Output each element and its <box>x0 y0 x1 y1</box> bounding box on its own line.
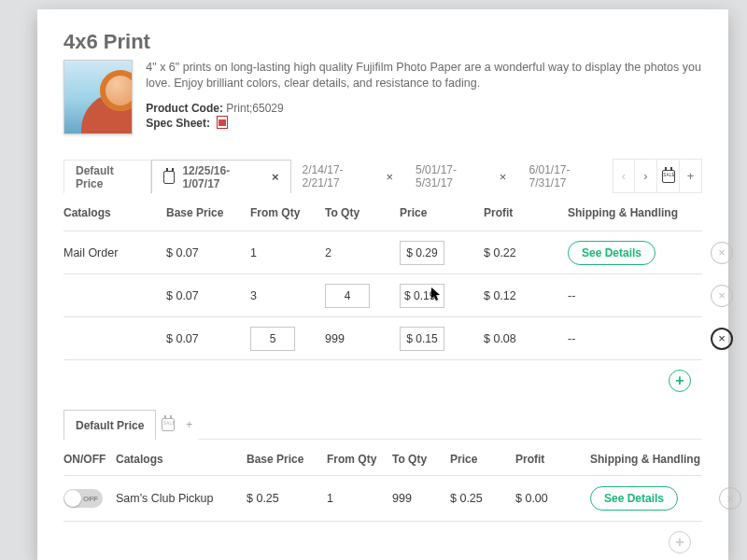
close-icon[interactable]: × <box>500 170 507 184</box>
col-to: To Qty <box>392 453 450 466</box>
calendar-icon <box>163 171 176 184</box>
add-tab-button[interactable]: + <box>680 159 702 192</box>
cell-profit: $ 0.22 <box>484 246 568 259</box>
pdf-icon[interactable] <box>217 116 228 129</box>
table-row: $ 0.07 5 999 $ 0.15 $ 0.08 -- × <box>63 316 702 359</box>
pricing-table: Catalogs Base Price From Qty To Qty Pric… <box>63 193 702 398</box>
tab-scroll-right[interactable]: › <box>635 159 657 192</box>
see-details-button[interactable]: See Details <box>568 241 655 265</box>
product-code-value: Print;65029 <box>226 102 283 115</box>
product-blurb: 4" x 6" prints on long-lasting high qual… <box>146 60 702 134</box>
table2-header: ON/OFF Catalogs Base Price From Qty To Q… <box>63 440 702 475</box>
col-price: Price <box>400 206 484 219</box>
see-details-button[interactable]: See Details <box>590 486 678 511</box>
col-to: To Qty <box>325 206 400 219</box>
spec-sheet-label: Spec Sheet: <box>146 117 210 130</box>
cell-to: 999 <box>325 332 400 345</box>
date-range-tabs: Default Price 12/25/16-1/07/17 × 2/14/17… <box>63 159 702 193</box>
col-shipping: Shipping & Handling <box>568 206 698 219</box>
tab-default-price-label: Default Price <box>76 164 139 190</box>
cell-profit: $ 0.08 <box>484 332 568 345</box>
product-description: 4" x 6" prints on long-lasting high qual… <box>146 60 702 91</box>
col-base: Base Price <box>166 206 250 219</box>
add-sale-tab-2[interactable] <box>156 410 180 440</box>
catalog-toggle[interactable]: OFF <box>63 489 103 508</box>
cell-from: 1 <box>250 246 325 259</box>
cell-shipping: -- <box>568 332 698 345</box>
product-code-label: Product Code: <box>146 102 223 115</box>
cell-base: $ 0.25 <box>247 492 327 505</box>
close-icon[interactable]: × <box>386 170 393 184</box>
col-profit: Profit <box>484 206 568 219</box>
cell-shipping: -- <box>568 289 698 302</box>
col-price: Price <box>450 453 515 466</box>
tab-range-label: 12/25/16-1/07/17 <box>182 164 259 190</box>
col-from: From Qty <box>327 453 392 466</box>
price-input[interactable]: $ 0.19 <box>400 284 444 308</box>
tab-date-range[interactable]: 5/01/17-5/31/17 × <box>404 160 517 193</box>
col-catalogs: Catalogs <box>63 206 166 219</box>
tab-default-price-2[interactable]: Default Price <box>63 410 156 440</box>
remove-row-button[interactable]: × <box>711 285 733 307</box>
cell-catalog: Mail Order <box>63 246 166 259</box>
calendar-sale-icon <box>162 418 175 431</box>
product-title: 4x6 Print <box>63 30 702 54</box>
col-catalogs: Catalogs <box>116 453 247 466</box>
col-profit: Profit <box>515 453 590 466</box>
add-tab-button-2[interactable]: + <box>180 410 198 440</box>
add-row-bar-2: + <box>63 522 702 559</box>
tab-range-label: 5/01/17-5/31/17 <box>416 163 486 189</box>
tab-date-range[interactable]: 6/01/17-7/31/17 <box>517 160 613 193</box>
calendar-sale-icon <box>662 170 675 183</box>
col-from: From Qty <box>250 206 325 219</box>
table-row: Mail Order $ 0.07 1 2 $ 0.29 $ 0.22 See … <box>63 231 702 273</box>
toggle-knob <box>64 490 81 507</box>
remove-row-button[interactable]: × <box>711 242 733 264</box>
add-row-bar: + <box>63 359 702 398</box>
cell-profit: $ 0.12 <box>484 289 568 302</box>
price-input[interactable]: $ 0.15 <box>400 327 444 351</box>
col-shipping: Shipping & Handling <box>590 453 712 466</box>
cell-profit: $ 0.00 <box>515 492 590 505</box>
tab-default-price-2-label: Default Price <box>76 419 144 432</box>
remove-row-button[interactable]: × <box>719 487 741 510</box>
table-header: Catalogs Base Price From Qty To Qty Pric… <box>63 193 702 231</box>
pricing-table-2: ON/OFF Catalogs Base Price From Qty To Q… <box>63 440 702 559</box>
col-base: Base Price <box>247 453 327 466</box>
to-qty-input[interactable]: 4 <box>325 284 370 308</box>
pricing-card: 4x6 Print 4" x 6" prints on long-lasting… <box>37 9 728 560</box>
tab-range-label: 2/14/17-2/21/17 <box>303 163 374 189</box>
tab-scroll-left[interactable]: ‹ <box>613 159 635 192</box>
table2-row: OFF Sam's Club Pickup $ 0.25 1 999 $ 0.2… <box>63 475 702 522</box>
tab-range-label: 6/01/17-7/31/17 <box>529 163 601 189</box>
tab-date-range-active[interactable]: 12/25/16-1/07/17 × <box>151 160 291 193</box>
from-qty-input[interactable]: 5 <box>250 327 295 351</box>
cell-price: $ 0.25 <box>450 492 515 505</box>
cell-from: 3 <box>250 289 325 302</box>
tab-default-price[interactable]: Default Price <box>63 160 151 193</box>
cell-catalog: Sam's Club Pickup <box>116 492 247 505</box>
cell-base: $ 0.07 <box>166 246 250 259</box>
col-onoff: ON/OFF <box>63 453 116 466</box>
add-row-button[interactable]: + <box>669 370 691 392</box>
cell-to: 2 <box>325 246 400 259</box>
cell-base: $ 0.07 <box>166 332 250 345</box>
cell-to: 999 <box>392 492 450 505</box>
remove-row-button[interactable]: × <box>711 328 733 350</box>
table-row: $ 0.07 3 4 $ 0.19 $ 0.12 -- × <box>63 273 702 316</box>
cell-base: $ 0.07 <box>166 289 250 302</box>
product-header: 4x6 Print 4" x 6" prints on long-lasting… <box>63 30 702 134</box>
add-row-button-disabled: + <box>669 531 691 553</box>
add-sale-tab[interactable] <box>657 159 680 192</box>
cell-from: 1 <box>327 492 392 505</box>
product-thumbnail <box>63 60 133 134</box>
price-input[interactable]: $ 0.29 <box>400 241 444 265</box>
toggle-state: OFF <box>83 495 98 503</box>
close-icon[interactable]: × <box>272 170 279 184</box>
catalog2-tabs: Default Price + <box>63 409 702 440</box>
tab-date-range[interactable]: 2/14/17-2/21/17 × <box>291 160 404 193</box>
